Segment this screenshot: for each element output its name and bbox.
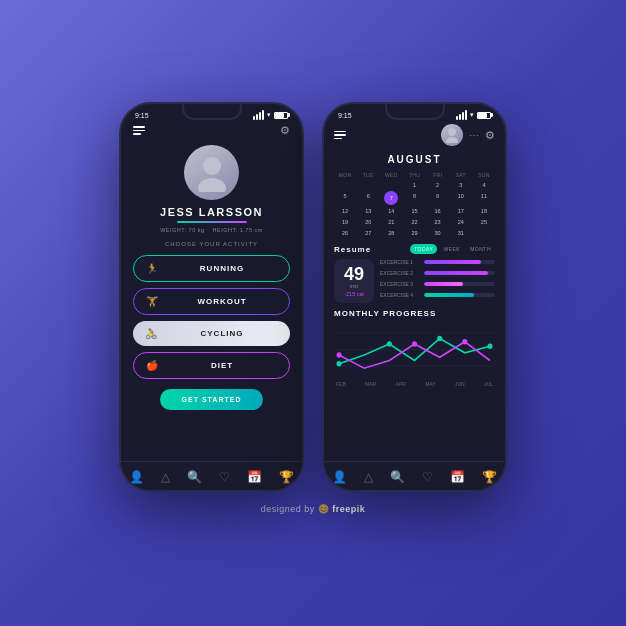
cal-day-6[interactable]: 6 xyxy=(357,191,379,205)
nav-r-activity-icon[interactable]: △ xyxy=(364,470,373,484)
cal-day-9[interactable]: 9 xyxy=(427,191,449,205)
svg-point-7 xyxy=(337,361,342,367)
tab-week[interactable]: WEEK xyxy=(439,244,464,254)
tab-month[interactable]: MONTH xyxy=(466,244,495,254)
cal-day-17[interactable]: 17 xyxy=(450,206,472,216)
dots-icon-right[interactable]: ⋯ xyxy=(469,130,479,141)
avatar-svg xyxy=(196,154,228,192)
right-header-right: ⋯ ⚙ xyxy=(441,124,495,146)
settings-icon-right[interactable]: ⚙ xyxy=(485,129,495,142)
exercise-label-4: EXCERCISE 4 xyxy=(380,292,420,298)
credit-prefix: designed by xyxy=(261,504,318,514)
exercise-label-1: EXCERCISE 1 xyxy=(380,259,420,265)
cal-day-21[interactable]: 21 xyxy=(380,217,402,227)
cal-day-14[interactable]: 14 xyxy=(380,206,402,216)
resume-title: Resume xyxy=(334,245,371,254)
nav-trophy-icon[interactable]: 🏆 xyxy=(279,470,294,484)
nav-r-trophy-icon[interactable]: 🏆 xyxy=(482,470,497,484)
cal-day-27[interactable]: 27 xyxy=(357,228,379,238)
cal-day-20[interactable]: 20 xyxy=(357,217,379,227)
cal-day-15[interactable]: 15 xyxy=(403,206,425,216)
activity-btn-cycling[interactable]: 🚴 CYCLING xyxy=(133,321,290,346)
cal-day-empty-3 xyxy=(380,180,402,190)
settings-icon-left[interactable]: ⚙ xyxy=(280,124,290,137)
time-value: 49 xyxy=(342,265,366,283)
exercise-bar-3 xyxy=(424,282,463,286)
hamburger-menu[interactable] xyxy=(133,126,145,135)
time-left: 9:15 xyxy=(135,112,149,119)
exercise-bar-4 xyxy=(424,293,474,297)
cal-day-18[interactable]: 18 xyxy=(473,206,495,216)
status-icons-right: ▾ xyxy=(456,110,491,120)
svg-point-10 xyxy=(487,343,492,349)
cal-header-fri: FRI xyxy=(427,171,449,179)
nav-r-search-icon[interactable]: 🔍 xyxy=(390,470,405,484)
cal-day-31[interactable]: 31 xyxy=(450,228,472,238)
signal-bar-r4 xyxy=(465,110,467,120)
cal-day-26[interactable]: 26 xyxy=(334,228,356,238)
cal-day-16[interactable]: 16 xyxy=(427,206,449,216)
cal-day-29[interactable]: 29 xyxy=(403,228,425,238)
tab-today[interactable]: TODAY xyxy=(410,244,437,254)
get-started-button[interactable]: GET STARTED xyxy=(160,389,264,410)
height-stat: HEIGHT: 1.75 cm xyxy=(213,227,263,233)
cal-day-10[interactable]: 10 xyxy=(450,191,472,205)
cal-header-thu: THU xyxy=(403,171,425,179)
wifi-icon-left: ▾ xyxy=(267,111,271,119)
nav-r-heart-icon[interactable]: ♡ xyxy=(422,470,433,484)
battery-icon-left xyxy=(274,112,288,119)
cal-day-11[interactable]: 11 xyxy=(473,191,495,205)
activity-btn-running[interactable]: 🏃 RUNNING xyxy=(133,255,290,282)
nav-heart-icon[interactable]: ♡ xyxy=(219,470,230,484)
running-icon: 🏃 xyxy=(146,263,159,274)
cal-day-25[interactable]: 25 xyxy=(473,217,495,227)
cal-day-8[interactable]: 8 xyxy=(403,191,425,205)
choose-activity-label: CHOOSE YOUR ACTIVITY xyxy=(133,241,290,247)
nav-search-icon[interactable]: 🔍 xyxy=(187,470,202,484)
cal-day-1[interactable]: 1 xyxy=(403,180,425,190)
cal-day-empty-2 xyxy=(357,180,379,190)
battery-fill-left xyxy=(275,113,284,118)
avatar-small-right xyxy=(441,124,463,146)
signal-bars-left xyxy=(253,110,264,120)
user-name: JESS LARSSON xyxy=(160,206,263,218)
exercises-list: EXCERCISE 1 EXCERCISE 2 EX xyxy=(380,259,495,303)
cal-day-13[interactable]: 13 xyxy=(357,206,379,216)
svg-point-2 xyxy=(448,128,456,136)
left-phone-content: ⚙ JESS LARSSON WEIGHT: 70 kg HEIGHT: 1.7… xyxy=(121,120,302,418)
nav-activity-icon[interactable]: △ xyxy=(161,470,170,484)
cal-day-28[interactable]: 28 xyxy=(380,228,402,238)
nav-r-calendar-icon[interactable]: 📅 xyxy=(450,470,465,484)
workout-label: WORKOUT xyxy=(167,297,277,306)
cal-day-2[interactable]: 2 xyxy=(427,180,449,190)
hamburger-line-2 xyxy=(133,130,145,132)
cal-day-5[interactable]: 5 xyxy=(334,191,356,205)
cal-day-23[interactable]: 23 xyxy=(427,217,449,227)
exercise-bar-1 xyxy=(424,260,481,264)
cycling-label: CYCLING xyxy=(166,329,278,338)
activity-btn-diet[interactable]: 🍎 DIET xyxy=(133,352,290,379)
cal-day-4[interactable]: 4 xyxy=(473,180,495,190)
svg-point-13 xyxy=(462,339,467,345)
cal-day-19[interactable]: 19 xyxy=(334,217,356,227)
nav-r-profile-icon[interactable]: 👤 xyxy=(332,470,347,484)
cal-day-30[interactable]: 30 xyxy=(427,228,449,238)
cal-day-3[interactable]: 3 xyxy=(450,180,472,190)
avatar-small-svg xyxy=(445,127,459,143)
cal-day-12[interactable]: 12 xyxy=(334,206,356,216)
cal-day-7[interactable]: 7 xyxy=(384,191,398,205)
time-right: 9:15 xyxy=(338,112,352,119)
hamburger-menu-right[interactable] xyxy=(334,131,346,140)
activity-btn-workout[interactable]: 🏋 WORKOUT xyxy=(133,288,290,315)
hamburger-line-r2 xyxy=(334,134,346,136)
cal-header-sat: SAT xyxy=(450,171,472,179)
cal-day-24[interactable]: 24 xyxy=(450,217,472,227)
nav-profile-icon[interactable]: 👤 xyxy=(129,470,144,484)
name-underline xyxy=(177,221,247,223)
cal-day-22[interactable]: 22 xyxy=(403,217,425,227)
status-icons-left: ▾ xyxy=(253,110,288,120)
workout-icon: 🏋 xyxy=(146,296,159,307)
nav-calendar-icon[interactable]: 📅 xyxy=(247,470,262,484)
cal-header-wed: WED xyxy=(380,171,402,179)
month-title: AUGUST xyxy=(334,154,495,165)
